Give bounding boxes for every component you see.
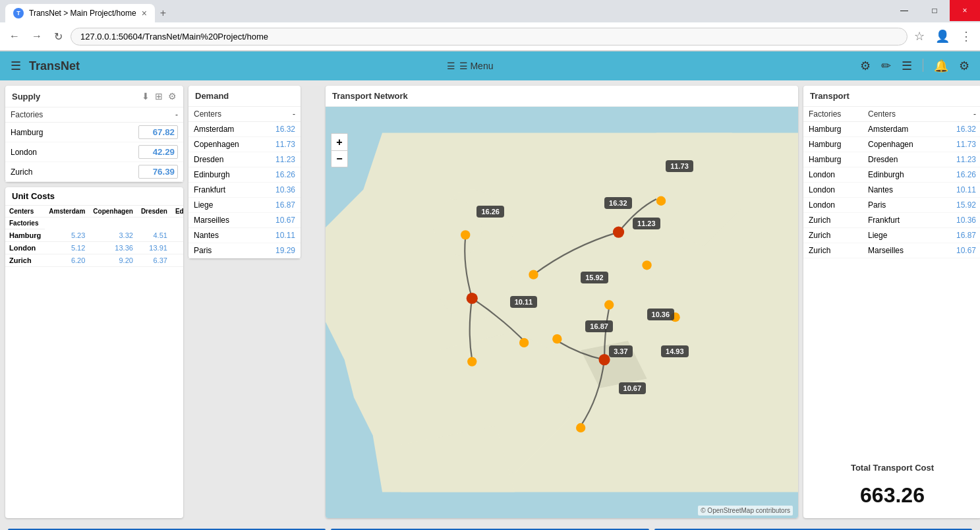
transport-value: 11.73 [940, 137, 980, 152]
transport-center: Frankfurt [863, 213, 940, 228]
supply-expand-icon[interactable]: ⊞ [155, 91, 163, 102]
demand-center-name: Amsterdam [188, 122, 261, 137]
transport-center: Edinburgh [863, 167, 940, 183]
transport-value: 10.36 [940, 213, 980, 228]
browser-tab[interactable]: T TransNet > Main Project/home × [5, 4, 155, 22]
demand-center-name: Liege [188, 198, 261, 213]
transport-value: 15.92 [940, 198, 980, 213]
demand-value: 10.36 [261, 183, 301, 198]
account-icon[interactable]: 👤 [933, 26, 952, 46]
zoom-out-button[interactable]: − [331, 150, 348, 167]
demand-col-dash: - [261, 107, 301, 122]
costs-centers-header: Centers [5, 206, 45, 218]
demand-panel-header: Demand [188, 86, 301, 107]
transport-center: Nantes [863, 183, 940, 198]
maximize-button[interactable]: □ [919, 0, 950, 21]
svg-point-6 [598, 354, 610, 365]
demand-col-centers: Centers [188, 107, 261, 122]
map-label-1632: 16.32 [604, 197, 632, 209]
svg-point-9 [461, 230, 470, 239]
supply-factory-name: Hamburg [5, 123, 88, 142]
menu-button[interactable]: ☰ ☰ Menu [447, 61, 494, 71]
demand-center-name: Edinburgh [188, 167, 261, 183]
svg-point-15 [576, 423, 585, 432]
map-panel-header: Transport Network [326, 86, 798, 107]
svg-point-13 [467, 357, 476, 366]
costs-factories-header: Factories [5, 218, 45, 229]
tab-close-icon[interactable]: × [142, 8, 147, 18]
transport-factory: Hamburg [803, 152, 863, 167]
transport-row: Hamburg Dresden 11.23 [803, 152, 980, 167]
supply-col-factories: Factories [5, 107, 88, 123]
svg-point-5 [467, 293, 478, 304]
transport-row: Zurich Frankfurt 10.36 [803, 213, 980, 228]
demand-row: Frankfurt 10.36 [188, 183, 301, 198]
unit-costs-row: Hamburg5.233.324.5113.393.605.2811.2313.… [5, 229, 183, 242]
demand-value: 16.32 [261, 122, 301, 137]
demand-row: Edinburgh 16.26 [188, 167, 301, 183]
demand-center-name: Nantes [188, 228, 261, 243]
unit-costs-row: Zurich6.209.206.3714.532.814.405.1610.09… [5, 254, 183, 267]
map-label-1036: 10.36 [647, 309, 675, 320]
demand-row: Nantes 10.11 [188, 228, 301, 243]
demand-center-name: Paris [188, 243, 261, 258]
settings-icon[interactable]: ⚙ [860, 59, 871, 73]
transport-col-factories: Factories [803, 107, 863, 122]
transport-center: Dresden [863, 152, 940, 167]
supply-row: Hamburg [5, 123, 183, 142]
hamburger-menu-icon[interactable]: ☰ [11, 59, 21, 73]
unit-costs-row: London5.1213.3613.915.388.975.819.904.50… [5, 242, 183, 254]
minimize-button[interactable]: — [889, 0, 919, 21]
transport-factory: Zurich [803, 228, 863, 243]
transport-center: Marseilles [863, 243, 940, 258]
costs-col-header: Amsterdam [45, 206, 89, 218]
demand-row: Liege 16.87 [188, 198, 301, 213]
close-button[interactable]: × [950, 0, 980, 21]
map-label-1123: 11.23 [633, 218, 660, 229]
map-attribution: © OpenStreetMap contributors [698, 506, 793, 515]
transport-value: 10.67 [940, 243, 980, 258]
bell-icon[interactable]: 🔔 [934, 59, 948, 73]
list-icon[interactable]: ☰ [902, 59, 912, 73]
sliders-icon[interactable]: ⚙ [959, 59, 969, 73]
refresh-button[interactable]: ↻ [50, 28, 67, 45]
bookmark-icon[interactable]: ☆ [911, 26, 927, 46]
menu-icon: ☰ [447, 61, 455, 71]
map-label-1173: 11.73 [666, 160, 693, 172]
supply-row: Zurich [5, 162, 183, 182]
transport-network-title: Transport Network [332, 91, 408, 101]
transport-row: London Paris 15.92 [803, 198, 980, 213]
tab-favicon: T [13, 8, 24, 18]
demand-center-name: Copenhagen [188, 137, 261, 152]
transport-value: 16.32 [940, 122, 980, 137]
new-tab-button[interactable]: + [155, 5, 171, 22]
supply-row: London [5, 142, 183, 162]
back-button[interactable]: ← [5, 28, 24, 45]
supply-value-input[interactable] [138, 125, 178, 139]
zoom-in-button[interactable]: + [331, 133, 348, 150]
cost-factory-name: London [5, 242, 45, 254]
supply-settings-icon[interactable]: ⚙ [168, 91, 177, 102]
more-icon[interactable]: ⋮ [958, 26, 975, 46]
map-label-1067: 10.67 [619, 382, 647, 394]
costs-col-header: Copenhagen [89, 206, 137, 218]
cost-value: 9.20 [89, 254, 137, 267]
demand-row: Marseilles 10.67 [188, 213, 301, 228]
transport-factory: London [803, 198, 863, 213]
demand-value: 11.73 [261, 137, 301, 152]
cost-value: 13.36 [89, 242, 137, 254]
svg-point-7 [529, 270, 538, 279]
costs-col-header: Dresden [137, 206, 171, 218]
cost-value: 13.91 [137, 242, 171, 254]
supply-value-input[interactable] [138, 145, 178, 159]
address-bar[interactable] [71, 28, 908, 45]
transport-factory: London [803, 167, 863, 183]
supply-download-icon[interactable]: ⬇ [142, 91, 150, 102]
supply-value-input[interactable] [138, 165, 178, 179]
forward-button[interactable]: → [28, 28, 46, 45]
edit-icon[interactable]: ✏ [881, 59, 891, 73]
map-label-1687: 16.87 [585, 320, 613, 332]
transport-factory: London [803, 183, 863, 198]
demand-value: 10.67 [261, 213, 301, 228]
svg-point-4 [613, 227, 624, 238]
